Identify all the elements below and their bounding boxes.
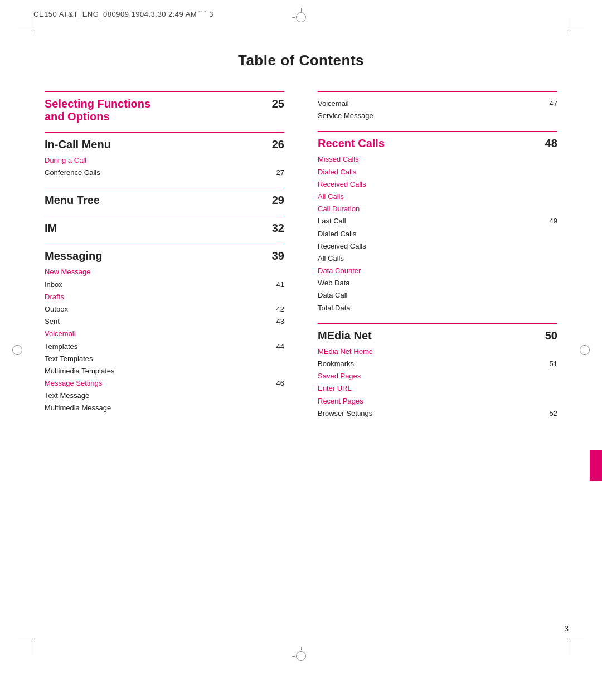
page-number: 3 [564, 624, 569, 633]
list-item: Multimedia Message [45, 402, 284, 414]
list-item: Inbox 41 [45, 279, 284, 291]
list-item: Browser Settings 52 [318, 407, 557, 420]
toc-left-column: Selecting Functionsand Options 25 In-Cal… [45, 91, 284, 420]
list-item: Voicemail 47 [318, 98, 557, 110]
list-item: Web Data [318, 277, 557, 289]
item-conference-calls: Conference Calls [45, 168, 269, 178]
list-item: All Calls [318, 191, 557, 203]
header-text: CE150 AT&T_ENG_080909 1904.3.30 2:49 AM … [33, 10, 213, 18]
list-item: Service Message [318, 110, 557, 122]
section-recent-calls-title: Recent Calls [318, 137, 385, 150]
section-messaging-title: Messaging [45, 250, 102, 262]
list-item: Message Settings 46 [45, 377, 284, 390]
list-item: Total Data [318, 302, 557, 314]
list-item: Sent 43 [45, 315, 284, 328]
toc-right-column: Voicemail 47 Service Message Recent Call… [318, 91, 557, 420]
list-item: During a Call [45, 154, 284, 167]
list-item: Enter URL [318, 382, 557, 395]
section-im: IM 32 [45, 216, 284, 235]
section-selecting: Selecting Functionsand Options 25 [45, 91, 284, 123]
page-title: Table of Contents [45, 52, 557, 69]
section-menutree: Menu Tree 29 [45, 188, 284, 207]
list-item: Saved Pages [318, 370, 557, 382]
list-item: Conference Calls 27 [45, 167, 284, 179]
main-content: Table of Contents Selecting Functionsand… [0, 18, 602, 420]
toc-columns: Selecting Functionsand Options 25 In-Cal… [45, 91, 557, 420]
list-item: Text Templates [45, 353, 284, 365]
section-menutree-title: Menu Tree [45, 194, 100, 207]
list-item: Dialed Calls [318, 228, 557, 240]
list-item: All Calls [318, 252, 557, 265]
list-item: Call Duration [318, 203, 557, 215]
registration-mark-top [296, 12, 306, 22]
section-incall: In-Call Menu 26 [45, 132, 284, 151]
list-item: Data Counter [318, 265, 557, 277]
list-item: MEdia Net Home [318, 346, 557, 358]
list-item: Data Call [318, 289, 557, 302]
list-item: Last Call 49 [318, 215, 557, 227]
section-messaging-number: 39 [272, 250, 284, 262]
section-selecting-title: Selecting Functionsand Options [45, 98, 151, 123]
list-item: Text Message [45, 390, 284, 402]
section-incall-number: 26 [272, 138, 284, 151]
list-item: Bookmarks 51 [318, 358, 557, 370]
section-voicemail: Voicemail 47 Service Message [318, 91, 557, 122]
list-item: New Message [45, 266, 284, 278]
list-item: Multimedia Templates [45, 365, 284, 377]
list-item: Missed Calls [318, 153, 557, 166]
list-item: Voicemail [45, 328, 284, 340]
registration-mark-bottom [296, 651, 306, 661]
registration-mark-left [12, 345, 22, 355]
list-item: Templates 44 [45, 341, 284, 353]
registration-mark-right [580, 345, 590, 355]
section-incall-title: In-Call Menu [45, 138, 111, 151]
list-item: Recent Pages [318, 395, 557, 407]
list-item: Received Calls [318, 178, 557, 191]
section-media-net-title: MEdia Net [318, 329, 372, 342]
section-media-net: MEdia Net 50 [318, 323, 557, 342]
item-during-call: During a Call [45, 155, 269, 166]
section-menutree-number: 29 [272, 194, 284, 207]
list-item: Dialed Calls [318, 166, 557, 178]
list-item: Drafts [45, 291, 284, 303]
section-selecting-number: 25 [272, 98, 284, 110]
section-im-number: 32 [272, 222, 284, 235]
section-recent-calls-number: 48 [545, 137, 557, 150]
pink-section-tab [590, 450, 602, 481]
section-im-title: IM [45, 222, 57, 235]
section-recent-calls: Recent Calls 48 [318, 131, 557, 150]
list-item: Received Calls [318, 240, 557, 252]
list-item: Outbox 42 [45, 303, 284, 315]
section-messaging: Messaging 39 [45, 244, 284, 262]
section-media-net-number: 50 [545, 329, 557, 342]
